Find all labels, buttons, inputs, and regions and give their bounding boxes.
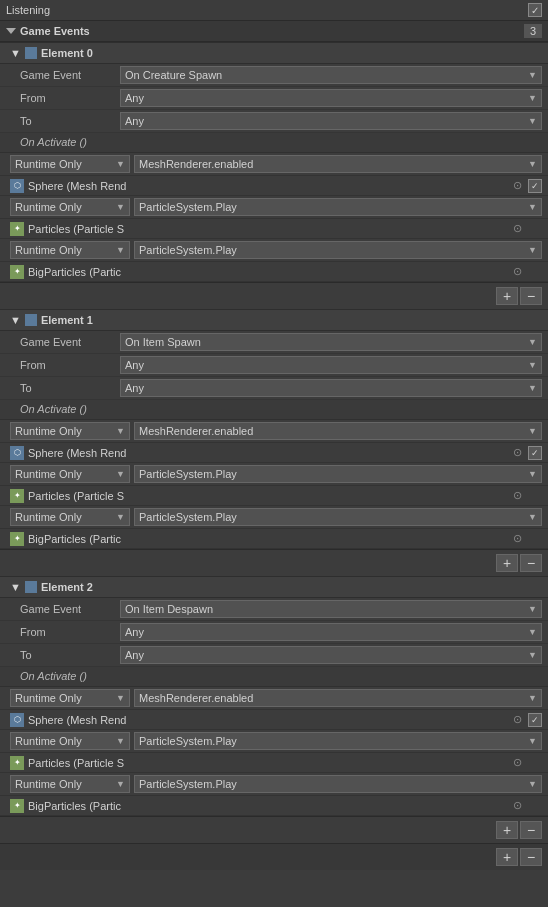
- element-1-to-arrow: ▼: [528, 383, 537, 393]
- element-1-to-row: To Any ▼: [0, 377, 548, 400]
- element-2-to-row: To Any ▼: [0, 644, 548, 667]
- global-add-button[interactable]: +: [496, 848, 518, 866]
- element-1-action-1-mode-dropdown[interactable]: Runtime Only▼: [10, 465, 130, 483]
- element-2-game-event-label: Game Event: [20, 603, 120, 615]
- element-1-action-1-object-icon: ✦: [10, 489, 24, 503]
- element-1-action-0-settings-icon[interactable]: ⊙: [513, 446, 522, 459]
- element-0-from-arrow: ▼: [528, 93, 537, 103]
- element-2-action-0-settings-icon[interactable]: ⊙: [513, 713, 522, 726]
- element-1-game-event-row: Game Event On Item Spawn ▼: [0, 331, 548, 354]
- element-0-add-button[interactable]: +: [496, 287, 518, 305]
- element-2-to-dropdown[interactable]: Any ▼: [120, 646, 542, 664]
- element-1-from-dropdown[interactable]: Any ▼: [120, 356, 542, 374]
- element-0-game-event-dropdown[interactable]: On Creature Spawn ▼: [120, 66, 542, 84]
- element-0-action-0-value-dropdown[interactable]: MeshRenderer.enabled▼: [134, 155, 542, 173]
- element-2-action-1-value-dropdown[interactable]: ParticleSystem.Play▼: [134, 732, 542, 750]
- element-0-to-label: To: [20, 115, 120, 127]
- element-0-action-1-object-row: ✦ Particles (Particle S ⊙: [0, 219, 548, 239]
- element-2-action-1-object-icon: ✦: [10, 756, 24, 770]
- element-1-action-0-checkbox[interactable]: ✓: [528, 446, 542, 460]
- element-1-icon: [25, 314, 37, 326]
- element-2-action-0-mode-value: Runtime Only: [15, 692, 82, 704]
- element-1-action-2-mode-arrow: ▼: [116, 512, 125, 522]
- element-0-action-1-settings-icon[interactable]: ⊙: [513, 222, 522, 235]
- element-0-action-0-checkbox[interactable]: ✓: [528, 179, 542, 193]
- element-0-action-0-row: Runtime Only▼MeshRenderer.enabled▼: [0, 153, 548, 176]
- element-2-header: ▼ Element 2: [0, 576, 548, 598]
- element-1-to-label: To: [20, 382, 120, 394]
- element-1-action-2-object-icon: ✦: [10, 532, 24, 546]
- element-0-action-1-object-icon: ✦: [10, 222, 24, 236]
- element-1-action-2-value-dropdown[interactable]: ParticleSystem.Play▼: [134, 508, 542, 526]
- element-2-action-2-settings-icon[interactable]: ⊙: [513, 799, 522, 812]
- element-0-action-1-mode-dropdown[interactable]: Runtime Only▼: [10, 198, 130, 216]
- element-1-game-event-arrow: ▼: [528, 337, 537, 347]
- element-1-action-2-settings-icon[interactable]: ⊙: [513, 532, 522, 545]
- element-1-on-activate-row: On Activate (): [0, 400, 548, 420]
- element-0-action-1-value-arrow: ▼: [528, 202, 537, 212]
- element-0-action-2-object-row: ✦ BigParticles (Partic ⊙: [0, 262, 548, 282]
- element-0-from-label: From: [20, 92, 120, 104]
- element-0-from-dropdown[interactable]: Any ▼: [120, 89, 542, 107]
- elements-container: ▼ Element 0 Game Event On Creature Spawn…: [0, 42, 548, 843]
- element-1-header: ▼ Element 1: [0, 309, 548, 331]
- element-1-action-0-value: MeshRenderer.enabled: [139, 425, 253, 437]
- element-2-game-event-row: Game Event On Item Despawn ▼: [0, 598, 548, 621]
- element-0-action-2-row: Runtime Only▼ParticleSystem.Play▼: [0, 239, 548, 262]
- element-2-remove-button[interactable]: −: [520, 821, 542, 839]
- element-2-to-arrow: ▼: [528, 650, 537, 660]
- element-2-from-dropdown[interactable]: Any ▼: [120, 623, 542, 641]
- element-0-action-0-settings-icon[interactable]: ⊙: [513, 179, 522, 192]
- element-0-action-2-mode-dropdown[interactable]: Runtime Only▼: [10, 241, 130, 259]
- element-0-to-dropdown[interactable]: Any ▼: [120, 112, 542, 130]
- element-2-action-1-object-row: ✦ Particles (Particle S ⊙: [0, 753, 548, 773]
- element-2-add-button[interactable]: +: [496, 821, 518, 839]
- element-1-action-2-value-arrow: ▼: [528, 512, 537, 522]
- element-1-remove-button[interactable]: −: [520, 554, 542, 572]
- element-1-action-0-value-dropdown[interactable]: MeshRenderer.enabled▼: [134, 422, 542, 440]
- element-2-action-0-value-dropdown[interactable]: MeshRenderer.enabled▼: [134, 689, 542, 707]
- element-2-action-2-mode-value: Runtime Only: [15, 778, 82, 790]
- element-2-action-0-checkbox[interactable]: ✓: [528, 713, 542, 727]
- element-2-action-2-value-dropdown[interactable]: ParticleSystem.Play▼: [134, 775, 542, 793]
- element-2-action-1-mode-arrow: ▼: [116, 736, 125, 746]
- element-0-to-value: Any: [125, 115, 144, 127]
- element-2-action-2-value: ParticleSystem.Play: [139, 778, 237, 790]
- element-1-to-dropdown[interactable]: Any ▼: [120, 379, 542, 397]
- element-2-action-0-object-row: ⬡ Sphere (Mesh Rend ⊙ ✓: [0, 710, 548, 730]
- element-0-triangle-left: ▼: [10, 47, 21, 59]
- element-2-action-2-mode-dropdown[interactable]: Runtime Only▼: [10, 775, 130, 793]
- element-0-action-2-settings-icon[interactable]: ⊙: [513, 265, 522, 278]
- global-remove-button[interactable]: −: [520, 848, 542, 866]
- element-0-action-2-value: ParticleSystem.Play: [139, 244, 237, 256]
- element-2-to-label: To: [20, 649, 120, 661]
- element-block-1: ▼ Element 1 Game Event On Item Spawn ▼ F…: [0, 309, 548, 576]
- element-0-action-2-value-dropdown[interactable]: ParticleSystem.Play▼: [134, 241, 542, 259]
- element-1-action-2-object-row: ✦ BigParticles (Partic ⊙: [0, 529, 548, 549]
- element-2-game-event-dropdown[interactable]: On Item Despawn ▼: [120, 600, 542, 618]
- listening-checkbox[interactable]: ✓: [528, 3, 542, 17]
- element-0-remove-button[interactable]: −: [520, 287, 542, 305]
- element-1-action-1-settings-icon[interactable]: ⊙: [513, 489, 522, 502]
- element-1-action-1-object-row: ✦ Particles (Particle S ⊙: [0, 486, 548, 506]
- element-1-title: Element 1: [41, 314, 93, 326]
- element-1-action-2-row: Runtime Only▼ParticleSystem.Play▼: [0, 506, 548, 529]
- element-2-action-1-object-label: Particles (Particle S: [28, 757, 509, 769]
- element-1-game-event-dropdown[interactable]: On Item Spawn ▼: [120, 333, 542, 351]
- element-1-action-1-value-dropdown[interactable]: ParticleSystem.Play▼: [134, 465, 542, 483]
- element-2-game-event-arrow: ▼: [528, 604, 537, 614]
- element-2-action-0-object-label: Sphere (Mesh Rend: [28, 714, 509, 726]
- element-0-action-1-value-dropdown[interactable]: ParticleSystem.Play▼: [134, 198, 542, 216]
- element-2-on-activate-row: On Activate (): [0, 667, 548, 687]
- element-1-bottom-buttons: + −: [0, 549, 548, 576]
- element-2-action-1-mode-dropdown[interactable]: Runtime Only▼: [10, 732, 130, 750]
- element-1-action-0-mode-dropdown[interactable]: Runtime Only▼: [10, 422, 130, 440]
- element-1-action-2-mode-dropdown[interactable]: Runtime Only▼: [10, 508, 130, 526]
- element-0-action-0-mode-dropdown[interactable]: Runtime Only▼: [10, 155, 130, 173]
- element-0-game-event-label: Game Event: [20, 69, 120, 81]
- element-2-action-1-settings-icon[interactable]: ⊙: [513, 756, 522, 769]
- element-1-action-2-object-label: BigParticles (Partic: [28, 533, 509, 545]
- element-2-action-0-mode-dropdown[interactable]: Runtime Only▼: [10, 689, 130, 707]
- element-1-add-button[interactable]: +: [496, 554, 518, 572]
- game-events-title: Game Events: [20, 25, 524, 37]
